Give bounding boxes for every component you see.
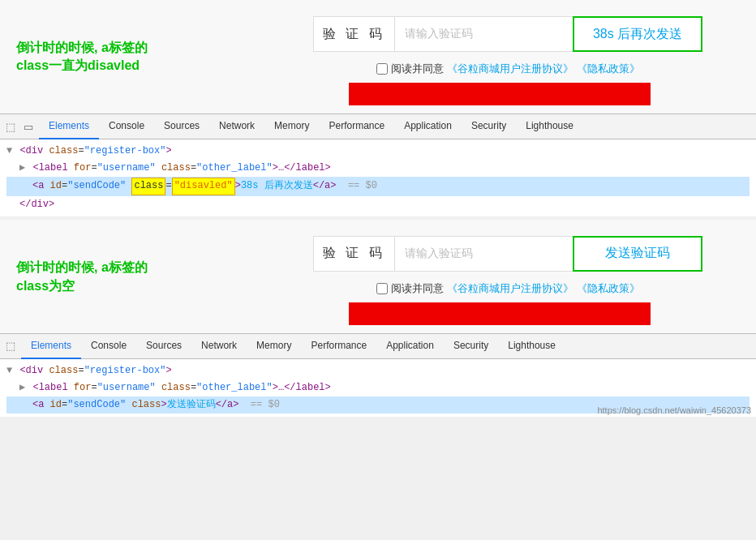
tab-elements-bottom[interactable]: Elements [21, 333, 81, 359]
bottom-link2[interactable]: 《隐私政策》 [577, 281, 640, 296]
top-verification-input[interactable]: 请输入验证码 [394, 16, 573, 52]
top-form-row: 验 证 码 请输入验证码 38s 后再次发送 [284, 16, 732, 52]
top-agree-checkbox[interactable] [376, 63, 388, 75]
bottom-devtools: ⬚ Elements Console Sources Network Memor… [0, 333, 756, 418]
bottom-link1[interactable]: 《谷粒商城用户注册协议》 [447, 281, 573, 296]
tab-network-top[interactable]: Network [209, 114, 264, 139]
top-code-line3: <a id = "sendCode" class = "disavled" > … [6, 177, 750, 195]
bottom-agree-text: 阅读并同意 [391, 281, 444, 296]
bottom-send-btn-active[interactable]: 发送验证码 [573, 236, 702, 272]
tab-sources-bottom[interactable]: Sources [136, 333, 191, 359]
inspect-icon[interactable]: ⬚ [3, 119, 18, 134]
top-agree-text: 阅读并同意 [391, 62, 444, 76]
top-devtools-toolbar: ⬚ ▭ Elements Console Sources Network Mem… [0, 114, 756, 139]
top-agree-row: 阅读并同意 《谷粒商城用户注册协议》 《隐私政策》 [284, 62, 732, 76]
watermark: https://blog.csdn.net/waiwin_45620373 [597, 405, 751, 415]
bottom-verification-label: 验 证 码 [313, 236, 394, 272]
tab-security-top[interactable]: Security [462, 114, 516, 139]
bottom-red-bar [349, 302, 651, 325]
top-annotation: 倒计时的时候, a标签的 class一直为disavled [0, 34, 148, 80]
tab-network-bottom[interactable]: Network [191, 333, 247, 359]
bottom-devtools-toolbar: ⬚ Elements Console Sources Network Memor… [0, 333, 756, 359]
top-code-line1: ▼ <div class = "register-box" > [6, 143, 750, 160]
bottom-agree-checkbox[interactable] [376, 283, 388, 294]
tab-console-top[interactable]: Console [99, 114, 154, 139]
bottom-annotation: 倒计时的时候, a标签的 class为空 [0, 254, 148, 298]
bottom-form-row: 验 证 码 请输入验证码 发送验证码 [284, 236, 732, 272]
tab-performance-top[interactable]: Performance [319, 114, 394, 139]
bottom-agree-row: 阅读并同意 《谷粒商城用户注册协议》 《隐私政策》 [284, 281, 732, 296]
bottom-code-line2: ▶ <label for = "username" class = "other… [6, 379, 750, 396]
top-code-line2: ▶ <label for = "username" class = "other… [6, 160, 750, 177]
tab-sources-top[interactable]: Sources [154, 114, 209, 139]
bottom-verification-input[interactable]: 请输入验证码 [394, 236, 573, 272]
bottom-code-line1: ▼ <div class = "register-box" > [6, 362, 750, 379]
tab-lighthouse-top[interactable]: Lighthouse [516, 114, 583, 139]
top-send-btn-disabled: 38s 后再次发送 [573, 16, 702, 52]
tab-lighthouse-bottom[interactable]: Lighthouse [498, 333, 565, 359]
device-icon[interactable]: ▭ [21, 119, 36, 134]
tab-security-bottom[interactable]: Security [444, 333, 498, 359]
top-link2[interactable]: 《隐私政策》 [577, 62, 640, 76]
tab-application-top[interactable]: Application [394, 114, 462, 139]
tab-memory-top[interactable]: Memory [264, 114, 319, 139]
top-link1[interactable]: 《谷粒商城用户注册协议》 [447, 62, 573, 76]
top-verification-label: 验 证 码 [313, 16, 394, 52]
inspect-icon-bottom[interactable]: ⬚ [3, 339, 18, 354]
tab-performance-bottom[interactable]: Performance [301, 333, 376, 359]
top-code-line4: </div> [6, 196, 750, 213]
tab-console-bottom[interactable]: Console [81, 333, 136, 359]
top-red-bar [349, 83, 651, 105]
top-code-panel: ▼ <div class = "register-box" > ▶ <label… [0, 139, 756, 216]
tab-application-bottom[interactable]: Application [376, 333, 444, 359]
tab-elements-top[interactable]: Elements [39, 114, 99, 139]
tab-memory-bottom[interactable]: Memory [247, 333, 301, 359]
top-devtools: ⬚ ▭ Elements Console Sources Network Mem… [0, 114, 756, 216]
